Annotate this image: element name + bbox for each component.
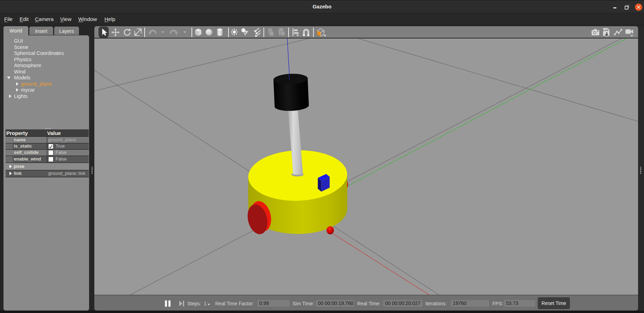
svg-text:LOG: LOG (603, 29, 609, 31)
